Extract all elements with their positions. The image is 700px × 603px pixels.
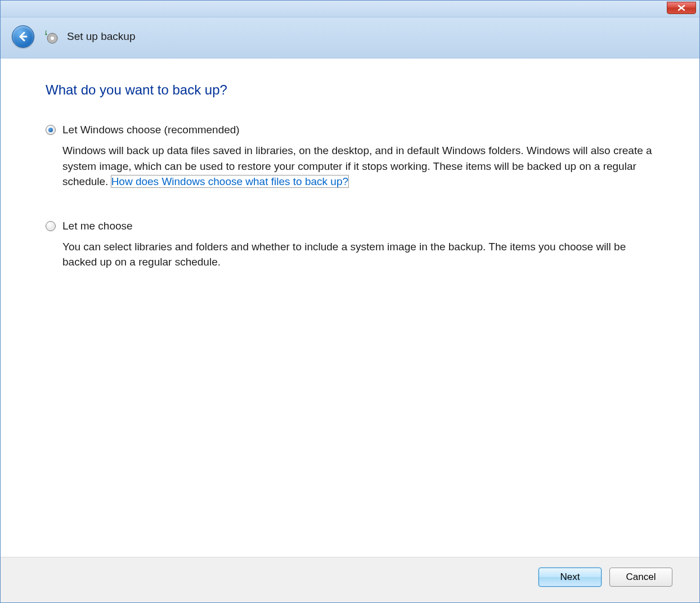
next-button[interactable]: Next <box>539 568 602 587</box>
svg-point-2 <box>51 37 54 40</box>
content-area: What do you want to back up? Let Windows… <box>1 58 699 557</box>
option-description: You can select libraries and folders and… <box>62 239 654 270</box>
option-windows-choose[interactable]: Let Windows choose (recommended) Windows… <box>46 124 654 190</box>
option-head: Let me choose <box>46 220 654 232</box>
close-icon <box>677 4 686 11</box>
backup-wizard-icon <box>42 28 59 45</box>
cancel-button[interactable]: Cancel <box>609 568 672 587</box>
help-link[interactable]: How does Windows choose what files to ba… <box>111 176 348 187</box>
option-description: Windows will back up data files saved in… <box>62 143 654 190</box>
footer: Next Cancel <box>1 557 699 602</box>
back-button[interactable] <box>12 25 34 48</box>
page-heading: What do you want to back up? <box>46 82 654 98</box>
back-arrow-icon <box>17 31 29 42</box>
titlebar <box>1 1 699 17</box>
radio-windows-choose[interactable] <box>46 125 56 135</box>
wizard-title: Set up backup <box>67 30 135 43</box>
option-label: Let me choose <box>62 220 133 232</box>
option-label: Let Windows choose (recommended) <box>62 124 240 136</box>
option-let-me-choose[interactable]: Let me choose You can select libraries a… <box>46 220 654 270</box>
nav-row: Set up backup <box>1 17 699 58</box>
option-head: Let Windows choose (recommended) <box>46 124 654 136</box>
radio-let-me-choose[interactable] <box>46 221 56 231</box>
wizard-window: Set up backup What do you want to back u… <box>0 0 700 603</box>
close-button[interactable] <box>667 2 696 14</box>
